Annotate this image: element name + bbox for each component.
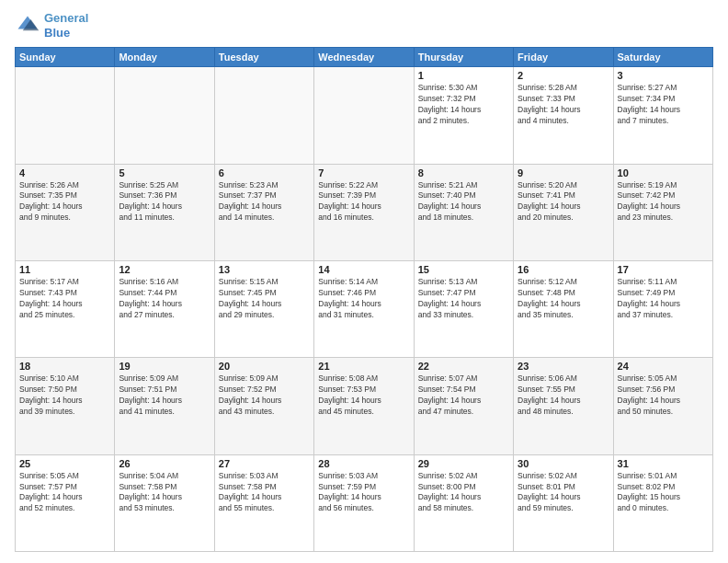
week-row-5: 25Sunrise: 5:05 AM Sunset: 7:57 PM Dayli… xyxy=(16,454,713,551)
calendar-cell: 18Sunrise: 5:10 AM Sunset: 7:50 PM Dayli… xyxy=(16,358,115,454)
weekday-header-saturday: Saturday xyxy=(613,48,712,67)
calendar-cell: 11Sunrise: 5:17 AM Sunset: 7:43 PM Dayli… xyxy=(16,260,115,357)
day-number: 19 xyxy=(119,361,210,372)
day-number: 8 xyxy=(418,167,509,178)
day-number: 17 xyxy=(618,264,709,275)
calendar-cell: 3Sunrise: 5:27 AM Sunset: 7:34 PM Daylig… xyxy=(613,67,712,164)
day-number: 6 xyxy=(219,167,310,178)
calendar-cell: 25Sunrise: 5:05 AM Sunset: 7:57 PM Dayli… xyxy=(16,454,115,551)
day-info: Sunrise: 5:20 AM Sunset: 7:41 PM Dayligh… xyxy=(518,180,609,224)
calendar-cell: 22Sunrise: 5:07 AM Sunset: 7:54 PM Dayli… xyxy=(414,358,513,454)
calendar-cell: 16Sunrise: 5:12 AM Sunset: 7:48 PM Dayli… xyxy=(514,260,613,357)
day-info: Sunrise: 5:05 AM Sunset: 7:57 PM Dayligh… xyxy=(19,471,110,515)
calendar-cell: 13Sunrise: 5:15 AM Sunset: 7:45 PM Dayli… xyxy=(214,260,313,357)
day-number: 1 xyxy=(418,70,509,81)
day-number: 11 xyxy=(19,264,110,275)
day-info: Sunrise: 5:02 AM Sunset: 8:01 PM Dayligh… xyxy=(518,471,609,515)
weekday-header-tuesday: Tuesday xyxy=(214,48,313,67)
weekday-header-monday: Monday xyxy=(115,48,214,67)
day-number: 20 xyxy=(219,361,310,372)
day-info: Sunrise: 5:03 AM Sunset: 7:59 PM Dayligh… xyxy=(318,471,409,515)
calendar-cell xyxy=(16,67,115,164)
day-info: Sunrise: 5:11 AM Sunset: 7:49 PM Dayligh… xyxy=(618,277,709,321)
weekday-header-sunday: Sunday xyxy=(16,48,115,67)
weekday-header-thursday: Thursday xyxy=(414,48,513,67)
day-number: 10 xyxy=(618,167,709,178)
week-row-4: 18Sunrise: 5:10 AM Sunset: 7:50 PM Dayli… xyxy=(16,358,713,454)
day-number: 31 xyxy=(618,458,709,469)
day-info: Sunrise: 5:05 AM Sunset: 7:56 PM Dayligh… xyxy=(618,373,709,418)
day-info: Sunrise: 5:17 AM Sunset: 7:43 PM Dayligh… xyxy=(19,277,110,321)
day-info: Sunrise: 5:06 AM Sunset: 7:55 PM Dayligh… xyxy=(518,373,609,418)
calendar-cell: 24Sunrise: 5:05 AM Sunset: 7:56 PM Dayli… xyxy=(613,358,712,454)
day-number: 27 xyxy=(219,458,310,469)
day-number: 14 xyxy=(318,264,409,275)
calendar-cell: 29Sunrise: 5:02 AM Sunset: 8:00 PM Dayli… xyxy=(414,454,513,551)
day-info: Sunrise: 5:28 AM Sunset: 7:33 PM Dayligh… xyxy=(518,83,609,127)
day-info: Sunrise: 5:04 AM Sunset: 7:58 PM Dayligh… xyxy=(119,471,210,515)
calendar-cell: 23Sunrise: 5:06 AM Sunset: 7:55 PM Dayli… xyxy=(514,358,613,454)
day-info: Sunrise: 5:23 AM Sunset: 7:37 PM Dayligh… xyxy=(219,180,310,224)
week-row-3: 11Sunrise: 5:17 AM Sunset: 7:43 PM Dayli… xyxy=(16,260,713,357)
day-info: Sunrise: 5:15 AM Sunset: 7:45 PM Dayligh… xyxy=(219,277,310,321)
day-number: 18 xyxy=(19,361,110,372)
day-number: 9 xyxy=(518,167,609,178)
calendar-cell: 28Sunrise: 5:03 AM Sunset: 7:59 PM Dayli… xyxy=(314,454,414,551)
day-info: Sunrise: 5:12 AM Sunset: 7:48 PM Dayligh… xyxy=(518,277,609,321)
day-number: 29 xyxy=(418,458,509,469)
day-info: Sunrise: 5:26 AM Sunset: 7:35 PM Dayligh… xyxy=(19,180,110,224)
day-info: Sunrise: 5:10 AM Sunset: 7:50 PM Dayligh… xyxy=(19,373,110,418)
day-number: 24 xyxy=(618,361,709,372)
day-info: Sunrise: 5:14 AM Sunset: 7:46 PM Dayligh… xyxy=(318,277,409,321)
day-number: 2 xyxy=(518,70,609,81)
calendar-cell: 5Sunrise: 5:25 AM Sunset: 7:36 PM Daylig… xyxy=(115,164,214,260)
calendar-cell: 9Sunrise: 5:20 AM Sunset: 7:41 PM Daylig… xyxy=(514,164,613,260)
day-info: Sunrise: 5:22 AM Sunset: 7:39 PM Dayligh… xyxy=(318,180,409,224)
day-info: Sunrise: 5:09 AM Sunset: 7:52 PM Dayligh… xyxy=(219,373,310,418)
day-info: Sunrise: 5:25 AM Sunset: 7:36 PM Dayligh… xyxy=(119,180,210,224)
weekday-header-row: SundayMondayTuesdayWednesdayThursdayFrid… xyxy=(16,48,713,67)
calendar-table: SundayMondayTuesdayWednesdayThursdayFrid… xyxy=(15,47,713,552)
day-number: 30 xyxy=(518,458,609,469)
day-number: 13 xyxy=(219,264,310,275)
week-row-2: 4Sunrise: 5:26 AM Sunset: 7:35 PM Daylig… xyxy=(16,164,713,260)
day-info: Sunrise: 5:21 AM Sunset: 7:40 PM Dayligh… xyxy=(418,180,509,224)
day-info: Sunrise: 5:02 AM Sunset: 8:00 PM Dayligh… xyxy=(418,471,509,515)
day-number: 21 xyxy=(318,361,409,372)
calendar-cell: 7Sunrise: 5:22 AM Sunset: 7:39 PM Daylig… xyxy=(314,164,414,260)
header: General Blue xyxy=(15,11,713,40)
day-number: 23 xyxy=(518,361,609,372)
day-number: 28 xyxy=(318,458,409,469)
day-number: 25 xyxy=(19,458,110,469)
calendar-cell xyxy=(314,67,414,164)
calendar-cell: 17Sunrise: 5:11 AM Sunset: 7:49 PM Dayli… xyxy=(613,260,712,357)
day-info: Sunrise: 5:03 AM Sunset: 7:58 PM Dayligh… xyxy=(219,471,310,515)
day-info: Sunrise: 5:19 AM Sunset: 7:42 PM Dayligh… xyxy=(618,180,709,224)
logo-text: General Blue xyxy=(44,11,88,40)
page: General Blue SundayMondayTuesdayWednesda… xyxy=(0,0,728,563)
day-number: 12 xyxy=(119,264,210,275)
calendar-cell: 26Sunrise: 5:04 AM Sunset: 7:58 PM Dayli… xyxy=(115,454,214,551)
calendar-cell: 8Sunrise: 5:21 AM Sunset: 7:40 PM Daylig… xyxy=(414,164,513,260)
day-info: Sunrise: 5:09 AM Sunset: 7:51 PM Dayligh… xyxy=(119,373,210,418)
day-number: 15 xyxy=(418,264,509,275)
calendar-cell: 19Sunrise: 5:09 AM Sunset: 7:51 PM Dayli… xyxy=(115,358,214,454)
calendar-cell: 6Sunrise: 5:23 AM Sunset: 7:37 PM Daylig… xyxy=(214,164,313,260)
calendar-cell xyxy=(115,67,214,164)
day-info: Sunrise: 5:13 AM Sunset: 7:47 PM Dayligh… xyxy=(418,277,509,321)
weekday-header-wednesday: Wednesday xyxy=(314,48,414,67)
day-info: Sunrise: 5:01 AM Sunset: 8:02 PM Dayligh… xyxy=(618,471,709,515)
calendar-cell: 20Sunrise: 5:09 AM Sunset: 7:52 PM Dayli… xyxy=(214,358,313,454)
day-number: 5 xyxy=(119,167,210,178)
day-number: 26 xyxy=(119,458,210,469)
day-info: Sunrise: 5:07 AM Sunset: 7:54 PM Dayligh… xyxy=(418,373,509,418)
logo: General Blue xyxy=(15,11,88,40)
day-info: Sunrise: 5:30 AM Sunset: 7:32 PM Dayligh… xyxy=(418,83,509,127)
calendar-cell: 10Sunrise: 5:19 AM Sunset: 7:42 PM Dayli… xyxy=(613,164,712,260)
calendar-cell: 21Sunrise: 5:08 AM Sunset: 7:53 PM Dayli… xyxy=(314,358,414,454)
logo-icon xyxy=(15,13,40,39)
day-number: 3 xyxy=(618,70,709,81)
calendar-cell: 15Sunrise: 5:13 AM Sunset: 7:47 PM Dayli… xyxy=(414,260,513,357)
day-number: 16 xyxy=(518,264,609,275)
calendar-cell: 30Sunrise: 5:02 AM Sunset: 8:01 PM Dayli… xyxy=(514,454,613,551)
